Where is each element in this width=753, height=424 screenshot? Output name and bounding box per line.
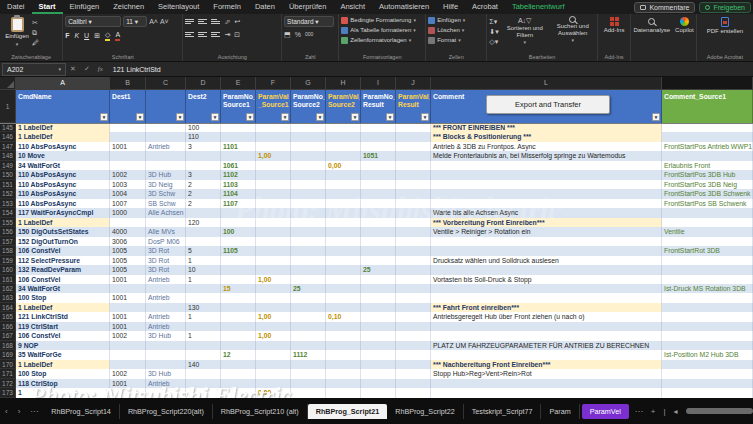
cell-F145[interactable]	[256, 123, 291, 132]
ribbon-tab-daten[interactable]: Daten	[248, 0, 282, 14]
row-header-146[interactable]: 146	[0, 132, 16, 141]
cell-J153[interactable]	[396, 199, 431, 208]
sheet-tab-RhBProg_Script210 (alt)[interactable]: RhBProg_Script210 (alt)	[213, 404, 308, 419]
filter-button-I[interactable]: ▾	[386, 113, 394, 121]
cell-J167[interactable]	[396, 331, 431, 340]
cell-H146[interactable]	[326, 132, 361, 141]
cell-I165[interactable]	[361, 312, 396, 321]
cell-F148[interactable]: 1,00	[256, 151, 291, 160]
cell-H173[interactable]	[326, 388, 361, 397]
cell-D164[interactable]: 130	[186, 303, 221, 312]
row-header-173[interactable]: 173	[0, 388, 16, 397]
cell-J148[interactable]	[396, 151, 431, 160]
cell-H151[interactable]	[326, 180, 361, 189]
cell-G145[interactable]	[291, 123, 326, 132]
cell-F171[interactable]	[256, 369, 291, 378]
cell-I148[interactable]: 1051	[361, 151, 396, 160]
cell-E166[interactable]	[221, 322, 256, 331]
cell-I156[interactable]	[361, 227, 396, 236]
row-header-172[interactable]: 172	[0, 379, 16, 388]
cell-G147[interactable]	[291, 142, 326, 151]
align-top-icon[interactable]	[185, 18, 194, 25]
cell-B146[interactable]	[110, 132, 146, 141]
cell-H157[interactable]	[326, 237, 361, 246]
sheet-tab-RhBProg_Script22[interactable]: RhBProg_Script22	[387, 404, 464, 419]
cell-D148[interactable]	[186, 151, 221, 160]
cell-F156[interactable]	[256, 227, 291, 236]
cell-J155[interactable]	[396, 218, 431, 227]
underline-button[interactable]: U	[84, 32, 89, 39]
cell-I155[interactable]	[361, 218, 396, 227]
cell-G149[interactable]	[291, 161, 326, 170]
cell-B155[interactable]	[110, 218, 146, 227]
cell-A154[interactable]: 117 WaitForAsyncCmpl	[16, 208, 110, 217]
cell-G164[interactable]	[291, 303, 326, 312]
align-center-icon[interactable]	[198, 31, 207, 38]
row-header-163[interactable]: 163	[0, 293, 16, 302]
addins-button[interactable]: Add-Ins	[600, 16, 629, 34]
cell-I152[interactable]	[361, 189, 396, 198]
cell-J172[interactable]	[396, 379, 431, 388]
table-column-header-ParamVal[interactable]: ParamVal_Source1▾	[256, 90, 291, 123]
cell-A149[interactable]: 34 WaitForGt	[16, 161, 110, 170]
align-left-icon[interactable]	[185, 31, 194, 38]
cell-I162[interactable]	[361, 284, 396, 293]
table-column-header-C[interactable]: ▾	[146, 90, 186, 123]
cell-E173[interactable]	[221, 388, 256, 397]
cell-C148[interactable]	[146, 151, 186, 160]
cell-N153[interactable]: FrontStartPos SB Schwenk	[662, 199, 753, 208]
cell-N169[interactable]: Ist-Position M2 Hub 3DB	[662, 350, 753, 359]
cell-E162[interactable]: 15	[221, 284, 256, 293]
cell-N151[interactable]: FrontStartPos 3DB Neig	[662, 180, 753, 189]
cell-C171[interactable]: 3D Hub	[146, 369, 186, 378]
cell-L173[interactable]	[431, 388, 662, 397]
fill-color-icon[interactable]: ◇	[105, 30, 110, 41]
cell-B165[interactable]: 1001	[110, 312, 146, 321]
table-column-header-Dest1[interactable]: Dest1▾	[110, 90, 146, 123]
cell-D158[interactable]: 5	[186, 246, 221, 255]
cell-F157[interactable]	[256, 237, 291, 246]
cell-N146[interactable]	[662, 132, 753, 141]
ribbon-tab-acrobat[interactable]: Acrobat	[465, 0, 505, 14]
cell-I167[interactable]	[361, 331, 396, 340]
cell-D160[interactable]: 10	[186, 265, 221, 274]
cell-E164[interactable]	[221, 303, 256, 312]
insert-cells-button[interactable]: Einfügen ▾	[428, 16, 484, 25]
cell-C165[interactable]: Antrieb	[146, 312, 186, 321]
paste-button[interactable]: Einfügen ▾	[2, 17, 32, 47]
sort-filter-button[interactable]: A↓▽ Sortieren und Filtern▾	[503, 16, 547, 46]
scroll-left-icon[interactable]: ◂	[670, 407, 682, 416]
cell-B145[interactable]	[110, 123, 146, 132]
cell-D157[interactable]	[186, 237, 221, 246]
cell-D167[interactable]: 1	[186, 331, 221, 340]
horizontal-scrollbar[interactable]	[686, 408, 753, 414]
find-select-button[interactable]: Suchen und Auswählen▾	[551, 16, 595, 46]
ribbon-tab-ansicht[interactable]: Ansicht	[333, 0, 372, 14]
cell-N159[interactable]	[662, 256, 753, 265]
cell-D152[interactable]: 2	[186, 189, 221, 198]
cell-B166[interactable]: 1001	[110, 322, 146, 331]
cell-E148[interactable]	[221, 151, 256, 160]
cell-C170[interactable]	[146, 360, 186, 369]
cell-D149[interactable]	[186, 161, 221, 170]
cell-I166[interactable]	[361, 322, 396, 331]
table-column-header-ParamVal_[interactable]: ParamVal_Source2▾	[326, 90, 361, 123]
cell-C162[interactable]	[146, 284, 186, 293]
column-header-C[interactable]: C	[146, 77, 186, 90]
row-header-156[interactable]: 156	[0, 227, 16, 236]
cell-B168[interactable]	[110, 341, 146, 350]
cell-D155[interactable]: 120	[186, 218, 221, 227]
cell-B156[interactable]: 4000	[110, 227, 146, 236]
shrink-font-icon[interactable]: A˅	[160, 17, 169, 26]
insert-function-icon[interactable]: fx	[94, 65, 107, 73]
cell-I172[interactable]	[361, 379, 396, 388]
cell-G161[interactable]	[291, 275, 326, 284]
cell-F155[interactable]	[256, 218, 291, 227]
cell-N145[interactable]	[662, 123, 753, 132]
cell-N155[interactable]	[662, 218, 753, 227]
cell-G156[interactable]	[291, 227, 326, 236]
cell-B172[interactable]: 1001	[110, 379, 146, 388]
cell-C172[interactable]: Antrieb	[146, 379, 186, 388]
cell-C156[interactable]: Alle MVs	[146, 227, 186, 236]
cell-C150[interactable]: 3D Hub	[146, 170, 186, 179]
